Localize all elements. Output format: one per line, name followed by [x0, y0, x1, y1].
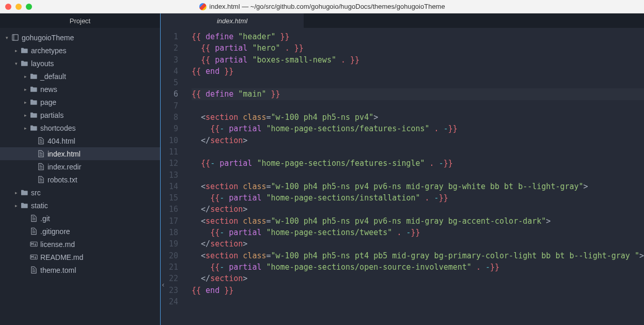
code-line[interactable]: {{ define "header" }} [192, 31, 644, 42]
code-line[interactable]: </section> [192, 204, 644, 215]
line-number: 9 [161, 123, 178, 134]
chevron-right-icon[interactable]: ▸ [12, 203, 20, 208]
code-line[interactable]: {{ end }} [192, 66, 644, 77]
maximize-window-button[interactable] [26, 4, 32, 10]
tree-item-label: index.redir [48, 163, 81, 171]
code-line[interactable] [192, 146, 644, 158]
chevron-right-icon[interactable]: ▸ [22, 126, 29, 131]
window-title: index.html — ~/go/src/github.com/gohugoi… [209, 3, 445, 10]
tree-item-static[interactable]: ▸static [0, 199, 160, 212]
code-line[interactable]: </section> [192, 273, 644, 284]
tree-item-license-md[interactable]: license.md [0, 238, 160, 251]
folder-icon [29, 111, 38, 119]
code-line[interactable]: </section> [192, 135, 644, 146]
markdown-icon [29, 240, 38, 248]
chevron-right-icon[interactable]: ▸ [22, 113, 29, 118]
file-icon [29, 227, 38, 235]
line-number: 16 [161, 204, 178, 215]
tree-item-partials[interactable]: ▸partials [0, 109, 160, 121]
line-number: 24 [161, 296, 178, 307]
chevron-right-icon[interactable]: ▸ [12, 48, 20, 53]
line-number: 21 [161, 261, 178, 273]
code-line[interactable] [192, 77, 644, 88]
code-line[interactable]: <section class="w-100 ph4 ph5-ns pv4"> [192, 112, 644, 123]
folder-icon [29, 72, 38, 80]
code-line[interactable]: {{ define "main" }} [192, 88, 644, 100]
tree-item--gitignore[interactable]: .gitignore [0, 225, 160, 238]
tree-item-index-html[interactable]: index.html [0, 147, 160, 160]
tree-item--default[interactable]: ▸_default [0, 70, 160, 83]
tree-item-robots-txt[interactable]: robots.txt [0, 173, 160, 186]
tree-item-archetypes[interactable]: ▸archetypes [0, 44, 160, 57]
line-number: 18 [161, 227, 178, 238]
folder-icon [20, 189, 29, 196]
chevron-right-icon[interactable]: ▸ [22, 87, 29, 92]
code-line[interactable] [192, 100, 644, 112]
code-editor[interactable]: 123456789101112131415161718192021222324 … [161, 28, 644, 325]
chevron-right-icon[interactable]: ▸ [22, 74, 29, 79]
line-number: 5 [161, 77, 178, 88]
editor-tabs: index.html [161, 13, 644, 28]
tree-item-404-html[interactable]: 404.html [0, 134, 160, 147]
line-number: 17 [161, 215, 178, 227]
code-line[interactable] [192, 169, 644, 181]
tree-item-theme-toml[interactable]: theme.toml [0, 264, 160, 276]
line-number: 10 [161, 135, 178, 146]
tree-item-page[interactable]: ▸page [0, 96, 160, 109]
code-line[interactable]: {{- partial "home-page-sections/open-sou… [192, 261, 644, 273]
tree-item-gohugoiotheme[interactable]: ▾gohugoioTheme [0, 31, 160, 44]
editor-tab-index[interactable]: index.html [161, 13, 304, 28]
line-number: 1 [161, 31, 178, 42]
chevron-down-icon[interactable]: ▾ [12, 61, 20, 66]
file-icon [29, 266, 38, 274]
file-icon [36, 163, 45, 171]
project-sidebar: Project ▾gohugoioTheme▸archetypes▾layout… [0, 13, 161, 325]
tree-item-index-redir[interactable]: index.redir [0, 160, 160, 173]
code-line[interactable]: {{- partial "home-page-sections/features… [192, 158, 644, 169]
tree-item-label: license.md [40, 240, 75, 249]
chevron-right-icon[interactable]: ▸ [12, 190, 20, 195]
file-tree[interactable]: ▾gohugoioTheme▸archetypes▾layouts▸_defau… [0, 28, 160, 325]
code-line[interactable]: {{- partial "home-page-sections/tweets" … [192, 227, 644, 238]
line-number: 12 [161, 158, 178, 169]
tree-item-src[interactable]: ▸src [0, 186, 160, 199]
tree-item-label: robots.txt [48, 176, 77, 184]
code-line[interactable]: {{ partial "boxes-small-news" . }} [192, 54, 644, 66]
line-number: 8 [161, 112, 178, 123]
tree-item-label: _default [40, 72, 66, 81]
code-line[interactable]: {{- partial "home-page-sections/installa… [192, 192, 644, 204]
tree-item--git[interactable]: .git [0, 212, 160, 225]
sidebar-title: Project [0, 13, 160, 28]
tree-item-label: 404.html [48, 137, 75, 145]
tree-item-label: README.md [40, 253, 83, 261]
file-icon [36, 137, 45, 145]
file-icon [36, 176, 45, 183]
tree-item-label: src [31, 189, 41, 197]
close-window-button[interactable] [5, 4, 11, 10]
code-line[interactable] [192, 296, 644, 307]
line-number: 4 [161, 66, 178, 77]
tree-item-layouts[interactable]: ▾layouts [0, 57, 160, 70]
code-line[interactable]: </section> [192, 238, 644, 250]
code-line[interactable]: {{- partial "home-page-sections/features… [192, 123, 644, 134]
chevron-right-icon[interactable]: ▸ [22, 100, 29, 105]
line-number: 6 [161, 88, 178, 100]
code-line[interactable]: <section class="w-100 ph4 ph5-ns pt4 pb5… [192, 250, 644, 261]
fold-arrow-icon[interactable]: ‹ [161, 281, 167, 288]
minimize-window-button[interactable] [15, 4, 22, 10]
code-line[interactable]: <section class="w-100 ph4 ph5-ns pv4 pv6… [192, 181, 644, 192]
tree-item-label: shortcodes [40, 124, 75, 132]
code-line[interactable]: {{ end }} [192, 285, 644, 296]
tree-item-label: .gitignore [40, 227, 70, 236]
tree-item-shortcodes[interactable]: ▸shortcodes [0, 121, 160, 134]
tree-item-label: partials [40, 111, 64, 119]
code-line[interactable]: {{ partial "hero" . }} [192, 42, 644, 54]
tree-item-readme-md[interactable]: README.md [0, 251, 160, 264]
tree-item-news[interactable]: ▸news [0, 83, 160, 96]
line-number: 14 [161, 181, 178, 192]
file-icon [36, 150, 45, 158]
chevron-down-icon[interactable]: ▾ [3, 35, 10, 40]
folder-icon [29, 85, 38, 93]
line-number: 15 [161, 192, 178, 204]
code-line[interactable]: <section class="w-100 ph4 ph5-ns pv4 pv6… [192, 215, 644, 227]
